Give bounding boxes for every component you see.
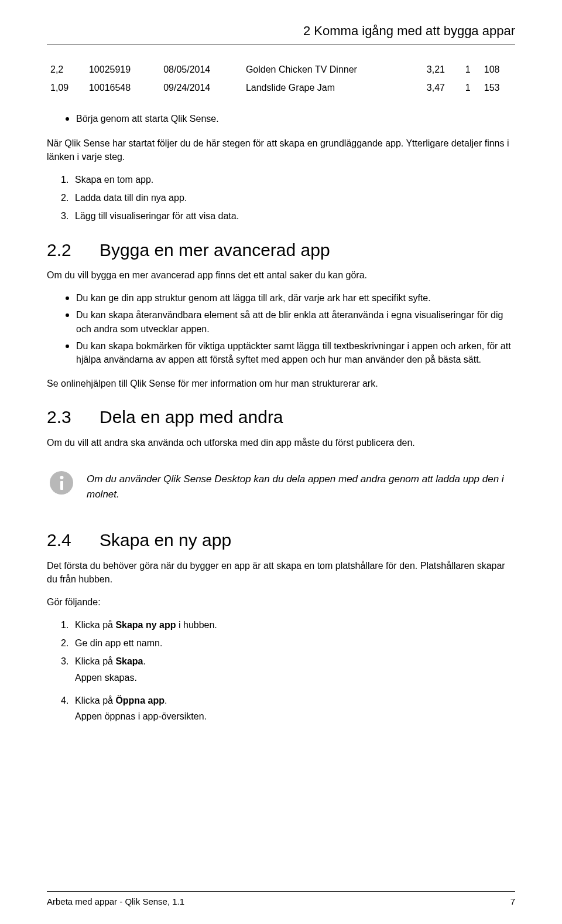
svg-point-2	[60, 476, 64, 479]
section-2-2-bullets: Du kan ge din app struktur genom att läg…	[47, 291, 515, 366]
cell: 10025919	[85, 60, 160, 79]
section-2-4-heading: 2.4Skapa en ny app	[47, 527, 515, 553]
step-marker: 1.	[61, 618, 75, 632]
cell: 1,09	[47, 79, 85, 97]
step-pre: Klicka på	[75, 656, 115, 666]
section-number: 2.3	[47, 404, 100, 430]
step-pre: Klicka på	[75, 620, 115, 630]
step-post: i hubben.	[176, 620, 217, 630]
step-post: .	[165, 695, 167, 705]
step-subline: Appen skapas.	[61, 671, 515, 684]
page: 2 Komma igång med att bygga appar 2,2 10…	[0, 0, 562, 924]
section-2-2-intro: Om du vill bygga en mer avancerad app fi…	[47, 268, 515, 282]
info-icon	[49, 470, 74, 499]
header-rule: 2 Komma igång med att bygga appar	[47, 23, 515, 45]
list-item: 2.Ladda data till din nya app.	[61, 191, 515, 204]
section-2-2-heading: 2.2Bygga en mer avancerad app	[47, 237, 515, 263]
section-2-4-lead: Gör följande:	[47, 595, 515, 609]
running-header: 2 Komma igång med att bygga appar	[47, 23, 515, 45]
content-area: 2,2 10025919 08/05/2014 Golden Chicken T…	[47, 50, 515, 723]
list-item: Börja genom att starta Qlik Sense.	[66, 112, 515, 125]
page-number: 7	[510, 896, 515, 906]
step-pre: Klicka på	[75, 695, 115, 705]
svg-rect-1	[60, 481, 63, 490]
cell: 08/05/2014	[160, 60, 242, 79]
section-number: 2.2	[47, 237, 100, 263]
cell: 09/24/2014	[160, 79, 242, 97]
step-text: Ladda data till din nya app.	[75, 193, 187, 203]
cell: 10016548	[85, 79, 160, 97]
info-note-text: Om du använder Qlik Sense Desktop kan du…	[87, 470, 509, 502]
intro-paragraph: När Qlik Sense har startat följer du de …	[47, 137, 515, 163]
list-item: 4.Klicka på Öppna app. Appen öppnas i ap…	[61, 694, 515, 723]
cell: 1	[462, 60, 481, 79]
list-item: Du kan skapa återanvändbara element så a…	[66, 308, 515, 335]
footer-rule: Arbeta med appar - Qlik Sense, 1.1 7	[47, 891, 515, 906]
cell: 3,21	[423, 60, 462, 79]
steps-list-a: 1.Skapa en tom app. 2.Ladda data till di…	[47, 173, 515, 223]
step-marker: 4.	[61, 694, 75, 707]
step-marker: 2.	[61, 636, 75, 650]
cell: 153	[481, 79, 515, 97]
cell: 2,2	[47, 60, 85, 79]
info-note: Om du använder Qlik Sense Desktop kan du…	[47, 459, 515, 513]
page-footer: Arbeta med appar - Qlik Sense, 1.1 7	[47, 891, 515, 906]
list-item: Du kan skapa bokmärken för viktiga upptä…	[66, 339, 515, 366]
section-title: Dela en app med andra	[100, 407, 283, 427]
step-bold: Öppna app	[115, 695, 165, 705]
step-bold: Skapa	[115, 656, 143, 666]
start-bullet-list: Börja genom att starta Qlik Sense.	[47, 112, 515, 125]
step-marker: 2.	[61, 191, 75, 204]
list-item: 3.Lägg till visualiseringar för att visa…	[61, 209, 515, 223]
table-row: 2,2 10025919 08/05/2014 Golden Chicken T…	[47, 60, 515, 79]
step-text: Lägg till visualiseringar för att visa d…	[75, 211, 239, 221]
cell: 3,47	[423, 79, 462, 97]
step-marker: 1.	[61, 173, 75, 186]
table-row: 1,09 10016548 09/24/2014 Landslide Grape…	[47, 79, 515, 97]
step-marker: 3.	[61, 209, 75, 223]
list-item: Du kan ge din app struktur genom att läg…	[66, 291, 515, 305]
section-2-3-heading: 2.3Dela en app med andra	[47, 404, 515, 430]
cell: Landslide Grape Jam	[242, 79, 423, 97]
step-bold: Skapa ny app	[115, 620, 176, 630]
section-2-3-intro: Om du vill att andra ska använda och utf…	[47, 436, 515, 449]
cell: 1	[462, 79, 481, 97]
step-text: Skapa en tom app.	[75, 175, 153, 185]
step-pre: Ge din app ett namn.	[75, 638, 162, 648]
footer-left: Arbeta med appar - Qlik Sense, 1.1	[47, 896, 184, 906]
data-table: 2,2 10025919 08/05/2014 Golden Chicken T…	[47, 60, 515, 97]
section-title: Skapa en ny app	[100, 530, 231, 550]
step-post: .	[143, 656, 146, 666]
steps-list-b: 1.Klicka på Skapa ny app i hubben. 2.Ge …	[47, 618, 515, 723]
cell: 108	[481, 60, 515, 79]
section-2-4-intro: Det första du behöver göra när du bygger…	[47, 559, 515, 586]
list-item: 1.Skapa en tom app.	[61, 173, 515, 186]
list-item: 1.Klicka på Skapa ny app i hubben.	[61, 618, 515, 632]
cell: Golden Chicken TV Dinner	[242, 60, 423, 79]
list-item: 3.Klicka på Skapa. Appen skapas.	[61, 654, 515, 684]
section-number: 2.4	[47, 527, 100, 553]
section-title: Bygga en mer avancerad app	[100, 240, 330, 260]
list-item: 2.Ge din app ett namn.	[61, 636, 515, 650]
section-2-2-after: Se onlinehjälpen till Qlik Sense för mer…	[47, 377, 515, 390]
step-marker: 3.	[61, 654, 75, 668]
step-subline: Appen öppnas i app-översikten.	[61, 710, 515, 723]
